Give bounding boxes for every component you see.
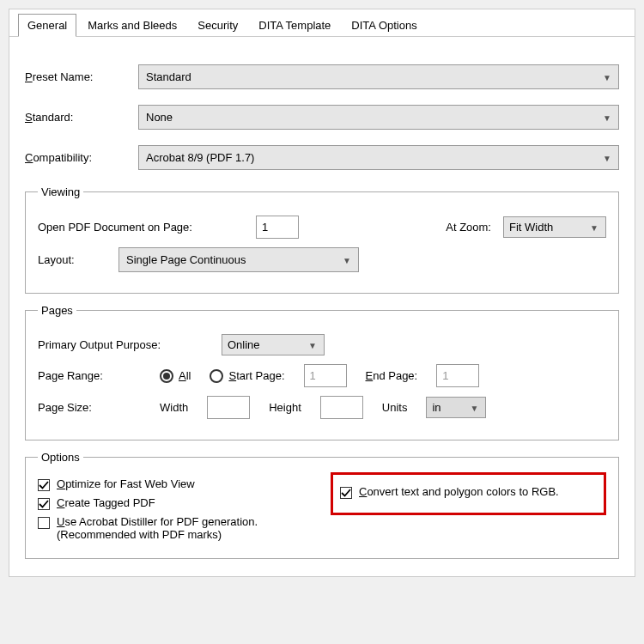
chevron-down-icon: ▼ [343,255,351,264]
pages-legend: Pages [38,304,76,317]
open-page-input[interactable] [256,216,299,239]
compatibility-select[interactable]: Acrobat 8/9 (PDF 1.7)▼ [138,145,619,170]
end-page-label: End Page: [366,369,418,382]
chevron-down-icon: ▼ [603,112,611,122]
preset-name-select[interactable]: Standard▼ [138,64,619,89]
height-input[interactable] [320,396,363,419]
viewing-group: Viewing Open PDF Document on Page: At Zo… [25,185,619,294]
check-convert-rgb[interactable]: Convert text and polygon colors to RGB. [340,485,597,499]
standard-label: Standard: [25,111,126,124]
standard-select[interactable]: None▼ [138,105,619,130]
check-optimize-fast-web[interactable]: Optimize for Fast Web View [38,477,313,491]
primary-purpose-label: Primary Output Purpose: [38,338,210,351]
options-legend: Options [38,451,83,464]
units-label: Units [382,401,408,414]
tab-security[interactable]: Security [188,14,247,37]
width-input[interactable] [207,396,250,419]
chevron-down-icon: ▼ [590,222,598,232]
chevron-down-icon: ▼ [603,153,611,162]
layout-label: Layout: [38,253,106,266]
height-label: Height [269,401,301,414]
chevron-down-icon: ▼ [471,403,479,412]
options-group: Options Optimize for Fast Web View Creat… [25,451,619,559]
at-zoom-label: At Zoom: [446,221,491,234]
tab-dita-template[interactable]: DITA Template [249,14,340,37]
compatibility-label: Compatibility: [25,151,126,164]
at-zoom-select[interactable]: Fit Width▼ [503,216,606,238]
viewing-legend: Viewing [38,185,83,198]
distiller-sublabel: (Recommended with PDF marks) [57,528,222,541]
radio-start-page[interactable]: Start Page: [210,369,284,383]
units-select[interactable]: in▼ [426,397,486,418]
pages-group: Pages Primary Output Purpose: Online▼ Pa… [25,304,619,440]
radio-all[interactable]: All [160,369,191,383]
chevron-down-icon: ▼ [308,340,317,349]
open-page-label: Open PDF Document on Page: [38,221,244,234]
check-create-tagged-pdf[interactable]: Create Tagged PDF [38,496,313,510]
end-page-input[interactable] [436,364,479,387]
width-label: Width [160,401,188,414]
tab-general[interactable]: General [18,14,76,37]
tab-marks-and-bleeds[interactable]: Marks and Bleeds [78,14,186,37]
chevron-down-icon: ▼ [603,72,611,82]
page-range-label: Page Range: [38,369,141,382]
tab-dita-options[interactable]: DITA Options [342,14,426,37]
check-use-distiller[interactable]: Use Acrobat Distiller for PDF generation… [38,515,313,541]
page-size-label: Page Size: [38,401,141,414]
highlight-convert-rgb: Convert text and polygon colors to RGB. [331,472,606,515]
start-page-input[interactable] [304,364,347,387]
layout-select[interactable]: Single Page Continuous▼ [118,247,359,272]
tab-bar: General Marks and Bleeds Security DITA T… [9,9,635,36]
primary-purpose-select[interactable]: Online▼ [222,334,325,355]
preset-name-label: Preset Name: [25,70,126,83]
